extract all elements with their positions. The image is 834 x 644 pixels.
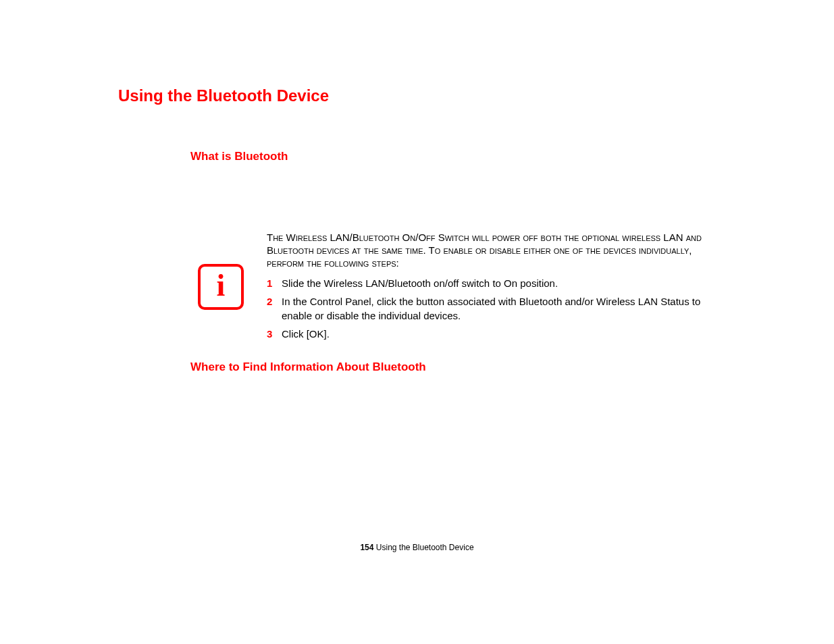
info-icon-glyph: i xyxy=(217,270,226,301)
step-text: Click [OK]. xyxy=(282,327,330,341)
step-list: 1 Slide the Wireless LAN/Bluetooth on/of… xyxy=(267,276,725,341)
step-item: 3 Click [OK]. xyxy=(267,327,725,341)
step-item: 1 Slide the Wireless LAN/Bluetooth on/of… xyxy=(267,276,725,290)
info-content: The Wireless LAN/Bluetooth On/Off Switch… xyxy=(267,232,725,345)
step-number: 3 xyxy=(267,327,282,341)
step-number: 1 xyxy=(267,276,282,290)
info-icon: i xyxy=(198,264,244,310)
step-text: In the Control Panel, click the button a… xyxy=(282,294,725,323)
section-heading-where-to-find: Where to Find Information About Bluetoot… xyxy=(190,360,426,374)
step-number: 2 xyxy=(267,294,282,308)
section-heading-what-is-bluetooth: What is Bluetooth xyxy=(190,150,288,163)
page-number: 154 xyxy=(360,543,373,552)
step-text: Slide the Wireless LAN/Bluetooth on/off … xyxy=(282,276,558,290)
page-footer-label: Using the Bluetooth Device xyxy=(373,543,473,552)
page-title: Using the Bluetooth Device xyxy=(118,86,329,105)
info-block: i The Wireless LAN/Bluetooth On/Off Swit… xyxy=(198,232,725,345)
step-item: 2 In the Control Panel, click the button… xyxy=(267,294,725,323)
info-intro-text: The Wireless LAN/Bluetooth On/Off Switch… xyxy=(267,232,725,269)
page-footer: 154 Using the Bluetooth Device xyxy=(0,543,834,552)
